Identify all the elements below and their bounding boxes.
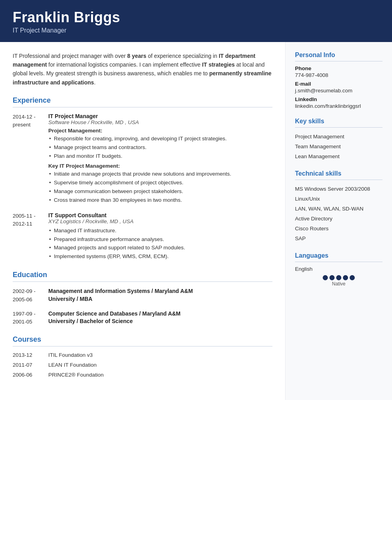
- exp-content-1: IT Project Manager Software House / Rock…: [48, 113, 272, 205]
- exp-entry-1: 2014-12 - present IT Project Manager Sof…: [13, 113, 272, 205]
- bullet-item: Initiate and manage projects that provid…: [48, 170, 272, 178]
- candidate-title: IT Project Manager: [13, 27, 379, 34]
- exp-dates-1: 2014-12 - present: [13, 113, 48, 205]
- edu-dates-1: 2002-09 - 2005-06: [13, 287, 48, 304]
- edu-entry-2: 1997-09 - 2001-05 Computer Science and D…: [13, 310, 272, 326]
- dot-5: [350, 275, 355, 280]
- dot-4: [343, 275, 348, 280]
- exp-bullets-1a: Responsible for creating, improving, and…: [48, 135, 272, 161]
- bullet-item: Managed projects and support related to …: [48, 244, 272, 252]
- bullet-item: Prepared infrastructure performance anal…: [48, 235, 272, 244]
- language-level-1: Native: [332, 281, 345, 287]
- technical-skills-heading: Technical skills: [295, 170, 382, 177]
- course-date-3: 2006-06: [13, 372, 48, 378]
- course-date-1: 2013-12: [13, 352, 48, 358]
- main-layout: IT Professional and project manager with…: [0, 42, 392, 400]
- exp-subheading-1b: Key IT Project Management:: [48, 163, 272, 169]
- bullet-item: Implemented systems (ERP, WMS, CRM, ECM)…: [48, 253, 272, 261]
- exp-job-title-1: IT Project Manager: [48, 113, 272, 119]
- language-entry-1: English Native: [295, 266, 382, 287]
- dot-2: [329, 275, 335, 280]
- exp-entry-2: 2005-11 - 2012-11 IT Support Consultant …: [13, 212, 272, 262]
- education-heading: Education: [13, 271, 272, 279]
- course-name-1: ITIL Foundation v3: [48, 352, 93, 358]
- personal-info-divider: [295, 61, 382, 61]
- exp-content-2: IT Support Consultant XYZ Logistics / Ro…: [48, 212, 272, 262]
- phone-label: Phone: [295, 65, 382, 71]
- technical-skills-divider: [295, 180, 382, 180]
- email-label: E-mail: [295, 81, 382, 87]
- email-value: j.smith@resumelab.com: [295, 88, 382, 94]
- tech-skill-2: Linux/Unix: [295, 194, 382, 204]
- exp-dates-2: 2005-11 - 2012-11: [13, 212, 48, 262]
- left-column: IT Professional and project manager with…: [0, 42, 285, 400]
- languages-heading: Languages: [295, 252, 382, 259]
- course-entry-2: 2011-07 LEAN IT Foundation: [13, 362, 272, 368]
- tech-skill-3: LAN, WAN, WLAN, SD-WAN: [295, 204, 382, 214]
- dot-1: [323, 275, 328, 280]
- personal-info-heading: Personal Info: [295, 52, 382, 59]
- experience-section: Experience 2014-12 - present IT Project …: [13, 96, 272, 261]
- education-divider: [13, 281, 272, 282]
- bullet-item: Supervise timely accomplishment of proje…: [48, 179, 272, 187]
- tech-skill-6: SAP: [295, 233, 382, 243]
- languages-section: Languages English Native: [295, 252, 382, 287]
- experience-heading: Experience: [13, 96, 272, 105]
- bullet-item: Responsible for creating, improving, and…: [48, 135, 272, 143]
- language-dots-row-1: Native: [295, 275, 382, 287]
- key-skills-section: Key skills Project Management Team Manag…: [295, 118, 382, 161]
- bullet-item: Cross trained more than 30 employees in …: [48, 196, 272, 205]
- resume-header: Franklin Briggs IT Project Manager: [0, 0, 392, 42]
- exp-bullets-1b: Initiate and manage projects that provid…: [48, 170, 272, 205]
- key-skill-2: Team Management: [295, 142, 382, 151]
- edu-dates-2: 1997-09 - 2001-05: [13, 310, 48, 326]
- exp-company-2: XYZ Logistics / Rockville, MD , USA: [48, 218, 272, 224]
- course-name-2: LEAN IT Foundation: [48, 362, 97, 368]
- tech-skill-1: MS Windows Server 2003/2008: [295, 184, 382, 194]
- linkedin-value: linkedin.com/franklinbriggsrl: [295, 103, 382, 109]
- phone-value: 774-987-4008: [295, 72, 382, 78]
- edu-content-2: Computer Science and Databases / Marylan…: [48, 310, 272, 326]
- edu-degree-2: Computer Science and Databases / Marylan…: [48, 310, 272, 325]
- education-section: Education 2002-09 - 2005-06 Management a…: [13, 271, 272, 326]
- edu-content-1: Management and Information Systems / Mar…: [48, 287, 272, 304]
- tech-skill-5: Cisco Routers: [295, 224, 382, 233]
- bullet-item: Managed IT infrastructure.: [48, 227, 272, 235]
- tech-skill-4: Active Directory: [295, 214, 382, 224]
- personal-info-section: Personal Info Phone 774-987-4008 E-mail …: [295, 52, 382, 109]
- linkedin-label: LinkedIn: [295, 96, 382, 102]
- language-name-1: English: [295, 266, 382, 272]
- courses-divider: [13, 346, 272, 346]
- edu-degree-1: Management and Information Systems / Mar…: [48, 287, 272, 303]
- exp-job-title-2: IT Support Consultant: [48, 212, 272, 218]
- bullet-item: Plan and monitor IT budgets.: [48, 152, 272, 161]
- course-name-3: PRINCE2® Foundation: [48, 372, 104, 378]
- exp-subsection-1a: Project Management: Responsible for crea…: [48, 128, 272, 161]
- course-date-2: 2011-07: [13, 362, 48, 368]
- candidate-name: Franklin Briggs: [13, 10, 379, 25]
- courses-heading: Courses: [13, 335, 272, 344]
- languages-divider: [295, 262, 382, 262]
- courses-section: Courses 2013-12 ITIL Foundation v3 2011-…: [13, 335, 272, 378]
- experience-divider: [13, 107, 272, 107]
- course-entry-1: 2013-12 ITIL Foundation v3: [13, 352, 272, 358]
- technical-skills-section: Technical skills MS Windows Server 2003/…: [295, 170, 382, 243]
- summary-text: IT Professional and project manager with…: [13, 52, 272, 87]
- key-skills-divider: [295, 127, 382, 128]
- exp-subsection-1b: Key IT Project Management: Initiate and …: [48, 163, 272, 205]
- exp-company-1: Software House / Rockville, MD , USA: [48, 119, 272, 125]
- language-dots-1: [323, 275, 355, 280]
- bullet-item: Manage project teams and contractors.: [48, 144, 272, 152]
- course-entry-3: 2006-06 PRINCE2® Foundation: [13, 372, 272, 378]
- edu-entry-1: 2002-09 - 2005-06 Management and Informa…: [13, 287, 272, 304]
- key-skills-heading: Key skills: [295, 118, 382, 125]
- exp-bullets-2: Managed IT infrastructure. Prepared infr…: [48, 227, 272, 261]
- dot-3: [336, 275, 341, 280]
- key-skill-1: Project Management: [295, 132, 382, 142]
- key-skill-3: Lean Management: [295, 151, 382, 161]
- bullet-item: Manage communication between project sta…: [48, 188, 272, 196]
- exp-subheading-1a: Project Management:: [48, 128, 272, 134]
- right-column: Personal Info Phone 774-987-4008 E-mail …: [285, 42, 392, 400]
